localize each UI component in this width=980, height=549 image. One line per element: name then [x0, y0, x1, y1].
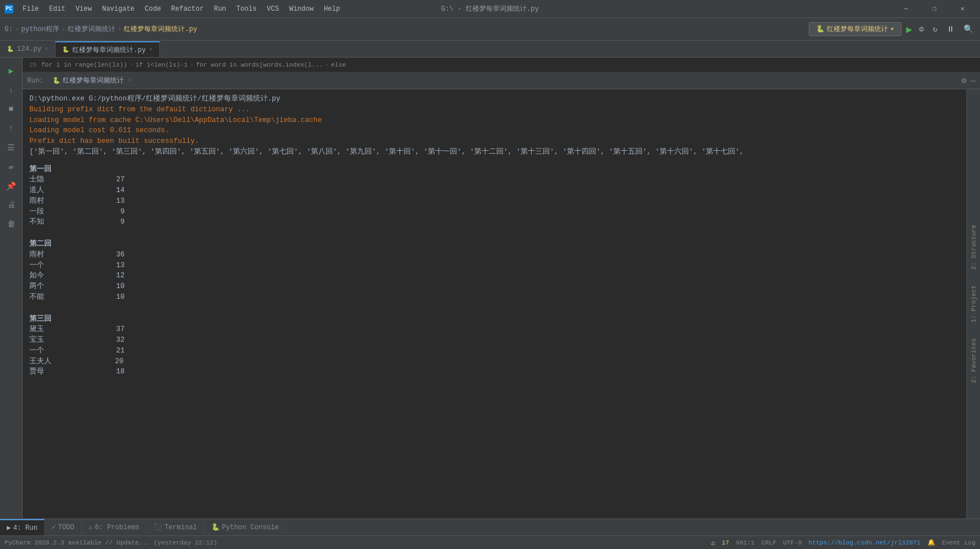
bottom-tab-todo-label: TODO: [58, 524, 75, 531]
console-line-cmd: D:\python.exe G:/python程序/红楼梦词频统计/红楼梦每章词…: [29, 94, 960, 104]
path-sep-3: ›: [325, 62, 329, 68]
breadcrumb-file: 红楼梦每章词频统计.py: [124, 24, 197, 34]
breadcrumb-project: G:: [5, 25, 12, 33]
tab-124py[interactable]: 🐍 124.py ×: [0, 41, 55, 57]
status-bar: PyCharm 2020.2.3 available // Update... …: [0, 535, 980, 549]
run-button[interactable]: ▶: [906, 23, 912, 36]
menu-view[interactable]: View: [71, 3, 97, 15]
bottom-tabs: ▶ 4: Run ✓ TODO ⚠ 6: Problems ⬛ Terminal…: [0, 518, 980, 535]
console-line-1: Building prefix dict from the default di…: [29, 104, 960, 115]
reload-button[interactable]: ↻: [931, 22, 940, 36]
right-sidebar-favorites[interactable]: 2: Favorites: [969, 336, 978, 385]
menu-bar: File Edit View Navigate Code Refactor Ru…: [18, 3, 345, 15]
status-warning-icon: △: [711, 539, 715, 546]
sidebar-run-icon[interactable]: ▶: [3, 62, 20, 79]
console-line-4: Prefix dict has been built successfully.: [29, 136, 960, 147]
menu-vcs[interactable]: VCS: [262, 3, 284, 15]
bottom-tab-python-console[interactable]: 🐍 Python Console: [205, 519, 287, 535]
run-panel-tab-close[interactable]: ×: [128, 77, 132, 84]
bottom-tab-run[interactable]: ▶ 4: Run: [0, 519, 45, 535]
event-log-label[interactable]: Event Log: [942, 539, 975, 546]
bottom-tab-terminal[interactable]: ⬛ Terminal: [147, 519, 205, 535]
console-row-2-5: 不能 10: [29, 292, 960, 303]
path-sep-2: ›: [190, 62, 194, 68]
output-console[interactable]: D:\python.exe G:/python程序/红楼梦词频统计/红楼梦每章词…: [23, 89, 966, 518]
console-row-3-1: 黛玉 37: [29, 324, 960, 335]
menu-navigate[interactable]: Navigate: [97, 3, 139, 15]
menu-file[interactable]: File: [18, 3, 44, 15]
title-bar-left: PC File Edit View Navigate Code Refactor…: [5, 3, 345, 15]
run-panel-header: Run: 🐍 红楼梦每章词频统计 × ⚙ —: [23, 72, 980, 89]
sidebar-stop-icon[interactable]: ■: [3, 101, 20, 117]
menu-tools[interactable]: Tools: [232, 3, 261, 15]
sidebar-list-icon[interactable]: ☰: [3, 139, 20, 156]
status-pycharm-version: PyCharm 2020.2.3 available // Update... …: [5, 539, 217, 546]
right-sidebar-project[interactable]: 1: Project: [969, 283, 978, 325]
close-button[interactable]: ✕: [949, 0, 975, 18]
tab-close-mainfile[interactable]: ×: [149, 47, 153, 53]
minimize-button[interactable]: —: [893, 0, 919, 18]
tab-icon-124py: 🐍: [7, 46, 14, 53]
bottom-tab-terminal-icon: ⬛: [154, 523, 162, 531]
bottom-tab-problems-label: 6: Problems: [95, 524, 140, 531]
tab-close-124py[interactable]: ×: [45, 46, 48, 53]
path-item-4: else: [331, 62, 346, 68]
bottom-tab-run-label: 4: Run: [13, 524, 37, 532]
left-sidebar: ▶ ↓ ■ ↑ ☰ ⇌ 📌 🖨 🗑: [0, 58, 23, 518]
run-panel-tab[interactable]: 🐍 红楼梦每章词频统计 ×: [48, 72, 136, 89]
tab-label-124py: 124.py: [17, 45, 41, 53]
menu-edit[interactable]: Edit: [45, 3, 70, 15]
status-cursor: 961:1: [736, 539, 754, 546]
menu-code[interactable]: Code: [140, 3, 166, 15]
breadcrumb: G: › python程序 › 红楼梦词频统计 › 红楼梦每章词频统计.py: [5, 24, 197, 34]
path-item-2: if i<len(ls)-1: [136, 62, 188, 68]
sidebar-print-icon[interactable]: 🖨: [3, 197, 20, 213]
menu-refactor[interactable]: Refactor: [167, 3, 209, 15]
toolbar: G: › python程序 › 红楼梦词频统计 › 红楼梦每章词频统计.py 🐍…: [0, 18, 980, 41]
title-bar: PC File Edit View Navigate Code Refactor…: [0, 0, 980, 18]
editor-tab-bar: 🐍 124.py × 🐍 红楼梦每章词频统计.py ×: [0, 41, 980, 58]
breadcrumb-sep1: ›: [15, 25, 19, 33]
sidebar-up-icon[interactable]: ↑: [3, 120, 20, 137]
search-button[interactable]: 🔍: [961, 22, 975, 36]
pause-button[interactable]: ⏸: [944, 23, 957, 36]
sidebar-down-icon[interactable]: ↓: [3, 81, 20, 98]
console-row-3-3: 一个 21: [29, 346, 960, 356]
panel-close-icon[interactable]: —: [971, 76, 975, 85]
run-config-dropdown-icon: ▾: [890, 25, 894, 33]
console-row-1-5: 不知 9: [29, 217, 960, 228]
right-sidebar: Z: Structure 1: Project 2: Favorites: [966, 89, 980, 518]
bottom-tab-todo-icon: ✓: [51, 523, 55, 531]
settings-icon[interactable]: ⚙: [961, 76, 966, 85]
run-panel-tab-icon: 🐍: [53, 77, 60, 84]
menu-run[interactable]: Run: [209, 3, 231, 15]
run-config-button[interactable]: 🐍 红楼梦每章词频统计 ▾: [809, 22, 901, 36]
console-row-2-1: 雨村 36: [29, 250, 960, 260]
status-encoding[interactable]: UTF-8: [783, 539, 802, 546]
menu-help[interactable]: Help: [319, 3, 345, 15]
bottom-tab-problems[interactable]: ⚠ 6: Problems: [82, 519, 147, 535]
build-button[interactable]: ⚙: [917, 22, 926, 36]
status-line-ending[interactable]: CRLF: [761, 539, 776, 546]
tab-mainfile[interactable]: 🐍 红楼梦每章词频统计.py ×: [55, 41, 160, 57]
event-log-icon[interactable]: 🔔: [927, 539, 935, 546]
sidebar-trash-icon[interactable]: 🗑: [3, 216, 20, 233]
console-section-1-header: 第一回: [29, 164, 960, 175]
run-config-icon: 🐍: [816, 25, 825, 33]
status-left: PyCharm 2020.2.3 available // Update... …: [5, 539, 217, 546]
status-warning-count: 17: [722, 539, 729, 546]
console-row-2-4: 两个 10: [29, 281, 960, 292]
window-controls: — ❐ ✕: [893, 0, 975, 18]
console-row-2-3: 如今 12: [29, 271, 960, 281]
menu-window[interactable]: Window: [285, 3, 318, 15]
console-row-1-2: 道人 14: [29, 185, 960, 196]
toolbar-right: 🐍 红楼梦每章词频统计 ▾ ▶ ⚙ ↻ ⏸ 🔍: [809, 22, 975, 36]
console-row-1-4: 一段 9: [29, 207, 960, 217]
bottom-tab-todo[interactable]: ✓ TODO: [45, 519, 81, 535]
maximize-button[interactable]: ❐: [921, 0, 947, 18]
status-right: △ 17 961:1 CRLF UTF-8 https://blog.csdn.…: [711, 539, 975, 546]
status-link[interactable]: https://blog.csdn.net/jrl32071: [809, 539, 921, 546]
sidebar-wrap-icon[interactable]: ⇌: [3, 158, 20, 175]
sidebar-pin-icon[interactable]: 📌: [3, 177, 20, 194]
right-sidebar-structure[interactable]: Z: Structure: [969, 223, 978, 272]
